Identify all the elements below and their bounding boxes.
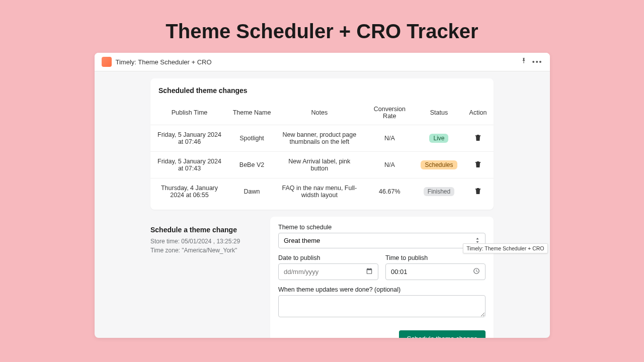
time-label: Time to publish [385,254,486,261]
calendar-icon [366,267,373,276]
th-notes: Notes [275,101,364,125]
notes-label: When theme updates were done? (optional) [278,286,486,293]
notes-textarea[interactable] [278,295,486,317]
cell-theme-name: BeBe V2 [228,152,275,178]
schedule-button[interactable]: Schedule theme change [399,330,486,338]
pin-icon[interactable] [520,57,527,66]
page-title: Theme Scheduler + CRO Tracker [0,0,644,53]
cell-theme-name: Dawn [228,178,275,205]
more-icon[interactable]: ••• [532,58,543,66]
date-label: Date to publish [278,254,378,261]
cell-status: Finished [416,178,462,205]
card-title: Scheduled theme changes [150,86,494,101]
scheduled-changes-card: Scheduled theme changes Publish Time The… [150,78,494,210]
cell-conversion-rate: N/A [364,152,416,178]
cell-publish-time: Thursday, 4 January 2024 at 06:55 [150,178,228,205]
schedule-title: Schedule a theme change [150,226,270,234]
app-title: Timely: Theme Scheduler + CRO [116,58,212,66]
status-badge: Live [429,134,448,143]
cell-notes: New Arrival label, pink button [275,152,364,178]
date-field[interactable] [284,268,366,276]
theme-select-value: Great theme [284,237,320,244]
status-badge: Finished [424,187,454,196]
th-status: Status [416,101,462,125]
time-field[interactable] [391,268,473,276]
trash-icon[interactable] [474,160,482,170]
schedule-info-panel: Schedule a theme change Store time: 05/0… [150,217,270,255]
theme-select-label: Theme to schedule [278,224,486,231]
app-window: Timely: Theme Scheduler + CRO ••• Schedu… [95,53,550,338]
clock-icon [473,267,480,276]
app-logo-icon [102,57,112,67]
cell-notes: New banner, product page thumbnails on t… [275,125,364,152]
cell-conversion-rate: 46.67% [364,178,416,205]
status-badge: Schedules [421,160,457,169]
time-zone-text: Time zone: "America/New_York" [150,246,270,255]
app-header: Timely: Theme Scheduler + CRO ••• [95,53,550,71]
th-action: Action [462,101,494,125]
date-input[interactable] [278,263,378,280]
theme-select[interactable]: Great theme [278,233,486,248]
app-body: Scheduled theme changes Publish Time The… [95,71,550,338]
cell-publish-time: Friday, 5 January 2024 at 07:46 [150,125,228,152]
table-row: Friday, 5 January 2024 at 07:46Spotlight… [150,125,494,152]
cell-status: Schedules [416,152,462,178]
trash-icon[interactable] [474,134,482,143]
cell-status: Live [416,125,462,152]
cell-notes: FAQ in the nav menu, Full-widsth layout [275,178,364,205]
scheduled-changes-table: Publish Time Theme Name Notes Conversion… [150,101,494,205]
time-input[interactable] [385,263,486,280]
cell-conversion-rate: N/A [364,125,416,152]
th-conversion-rate: Conversion Rate [364,101,416,125]
cell-theme-name: Spotlight [228,125,275,152]
th-publish-time: Publish Time [150,101,228,125]
cell-action [462,178,494,205]
table-row: Friday, 5 January 2024 at 07:43BeBe V2Ne… [150,152,494,178]
cell-publish-time: Friday, 5 January 2024 at 07:43 [150,152,228,178]
schedule-form-card: Theme to schedule Great theme Date to pu… [270,217,494,338]
app-name-tooltip: Timely: Theme Scheduler + CRO [463,243,547,253]
table-row: Thursday, 4 January 2024 at 06:55DawnFAQ… [150,178,494,205]
cell-action [462,152,494,178]
store-time-text: Store time: 05/01/2024 , 13:25:29 [150,237,270,246]
th-theme-name: Theme Name [228,101,275,125]
cell-action [462,125,494,152]
trash-icon[interactable] [474,187,482,197]
